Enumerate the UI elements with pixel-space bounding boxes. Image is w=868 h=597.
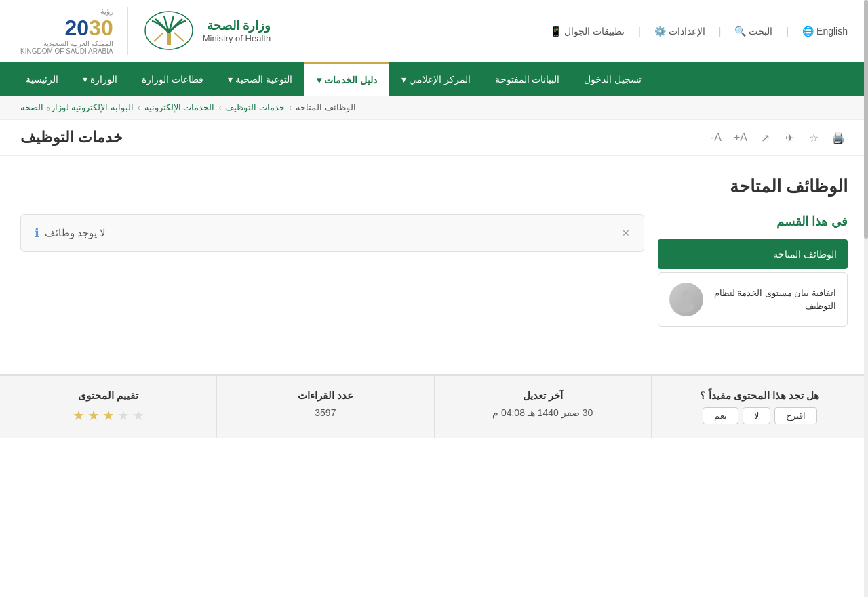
nav-open-data[interactable]: البيانات المفتوحة [483,62,572,96]
main-panel: ✕ لا يوجد وظائف ℹ [20,214,644,252]
feedback-buttons: اقترح لا نعم [665,407,854,424]
breadcrumb-eservices[interactable]: الخدمات الإلكترونية [144,102,215,112]
footer-feedback: هل تجد هذا المحتوى مفيداً ؟ اقترح لا نعم [651,376,868,438]
sidebar-item-available-jobs[interactable]: الوظائف المتاحة [658,239,848,269]
nav-mobile[interactable]: تطبيقات الجوال 📱 [550,26,625,37]
divider2: | [719,26,722,37]
nav-login[interactable]: تسجيل الدخول [572,62,654,96]
rating-stars: ★ ★ ★ ★ ★ [14,407,203,424]
svg-point-2 [682,291,691,300]
nav-media[interactable]: المركز الإعلامي ▾ [389,62,483,96]
ministry-name-english: Ministry of Health [203,33,271,43]
last-update-title: آخر تعديل [448,390,637,402]
star2[interactable]: ★ [87,407,100,424]
footer-last-update: آخر تعديل 30 صفر 1440 هـ 04:08 م [434,376,651,438]
footer-rating: تقييم المحتوى ★ ★ ★ ★ ★ [0,376,216,438]
nav-english[interactable]: English 🌐 [802,26,848,37]
breadcrumb-current: الوظائف المتاحة [296,102,356,112]
header: English 🌐 | البحث 🔍 | الإعدادات ⚙️ | تطب… [0,0,868,62]
last-update-value: 30 صفر 1440 هـ 04:08 م [448,407,637,418]
star1[interactable]: ★ [73,407,85,424]
dropdown-icon-services: ▾ [317,75,321,85]
nav-home[interactable]: الرئيسية [14,62,71,96]
scrollbar[interactable] [864,0,868,438]
no-jobs-message: لا يوجد وظائف ℹ [35,226,106,241]
sidebar-section-title: في هذا القسم [658,214,848,229]
reads-title: عدد القراءات [231,390,420,402]
rating-title: تقييم المحتوى [14,390,203,402]
print-icon[interactable]: 🖨️ [829,128,848,147]
star4[interactable]: ★ [117,407,130,424]
nav-search[interactable]: البحث 🔍 [734,26,772,37]
main-content: الوظائف المتاحة في هذا القسم الوظائف الم… [0,156,868,347]
dropdown-icon-media: ▾ [401,74,406,85]
scroll-thumb [864,0,868,239]
mobile-icon: 📱 [550,26,561,37]
no-jobs-box: ✕ لا يوجد وظائف ℹ [20,214,644,252]
toolbar-icons: 🖨️ ☆ ✈ ↗ A+ A- [707,128,848,147]
star3[interactable]: ★ [102,407,115,424]
send-icon[interactable]: ✈ [780,128,799,147]
sidebar-sla-label: اتفاقية بيان مستوى الخدمة لنظام التوظيف [710,287,836,313]
nav-health-awareness[interactable]: التوعية الصحية ▾ [216,62,304,96]
share-icon[interactable]: ↗ [755,128,774,147]
feedback-title: هل تجد هذا المحتوى مفيداً ؟ [665,390,854,402]
section-title: الوظائف المتاحة [20,176,848,197]
breadcrumb-sep3: › [138,103,140,112]
footer-stats: هل تجد هذا المحتوى مفيداً ؟ اقترح لا نعم… [0,376,868,438]
breadcrumb: الوظائف المتاحة › خدمات التوظيف › الخدما… [0,96,868,120]
dropdown-icon-awareness: ▾ [228,74,233,85]
sidebar-item-sla[interactable]: اتفاقية بيان مستوى الخدمة لنظام التوظيف [658,272,848,327]
nav-settings[interactable]: الإعدادات ⚙️ [654,26,705,37]
divider1: | [786,26,789,37]
settings-icon: ⚙️ [654,26,666,37]
feedback-suggest-button[interactable]: اقترح [774,407,817,424]
feedback-yes-button[interactable]: نعم [703,407,738,424]
reads-value: 3597 [231,407,420,418]
breadcrumb-employment[interactable]: خدمات التوظيف [225,102,285,112]
nav-services[interactable]: دليل الخدمات ▾ [304,62,389,96]
nav-sectors[interactable]: قطاعات الوزارة [130,62,216,96]
divider3: | [638,26,641,37]
svg-point-3 [678,302,694,312]
close-button[interactable]: ✕ [622,228,630,239]
vision-2030-logo: رؤية 2030 المملكة العربية السعودية KINGD… [20,7,128,55]
ministry-logo: وزارة الصحة Ministry of Health [142,9,271,53]
zoom-out-icon[interactable]: A- [707,128,726,147]
breadcrumb-sep1: › [289,103,292,112]
bookmark-icon[interactable]: ☆ [804,128,823,147]
moh-emblem [142,9,196,53]
sidebar-avatar [669,283,703,316]
info-icon: ℹ [35,226,39,241]
avatar-placeholder [669,283,703,316]
footer-reads: عدد القراءات 3597 [216,376,433,438]
globe-icon: 🌐 [802,26,814,37]
sidebar-section-word: القسم [776,215,808,228]
footer: هل تجد هذا المحتوى مفيداً ؟ اقترح لا نعم… [0,374,868,438]
toolbar-title: خدمات التوظيف [20,129,123,146]
nav-ministry[interactable]: الوزارة ▾ [71,62,130,96]
breadcrumb-home[interactable]: البوابة الإلكترونية لوزارة الصحة [20,102,134,112]
zoom-in-icon[interactable]: A+ [731,128,750,147]
toolbar: 🖨️ ☆ ✈ ↗ A+ A- خدمات التوظيف [0,120,868,156]
content-area: في هذا القسم الوظائف المتاحة اتفاقية بيا… [20,214,848,327]
svg-rect-1 [167,33,171,45]
main-navbar: تسجيل الدخول البيانات المفتوحة المركز ال… [0,62,868,96]
dropdown-icon-ministry: ▾ [83,74,87,85]
breadcrumb-sep2: › [218,103,221,112]
feedback-no-button[interactable]: لا [743,407,770,424]
ministry-name-arabic: وزارة الصحة [203,18,271,33]
header-nav: English 🌐 | البحث 🔍 | الإعدادات ⚙️ | تطب… [550,26,848,37]
sidebar: في هذا القسم الوظائف المتاحة اتفاقية بيا… [658,214,848,327]
star5[interactable]: ★ [132,407,144,424]
search-icon: 🔍 [734,26,746,37]
